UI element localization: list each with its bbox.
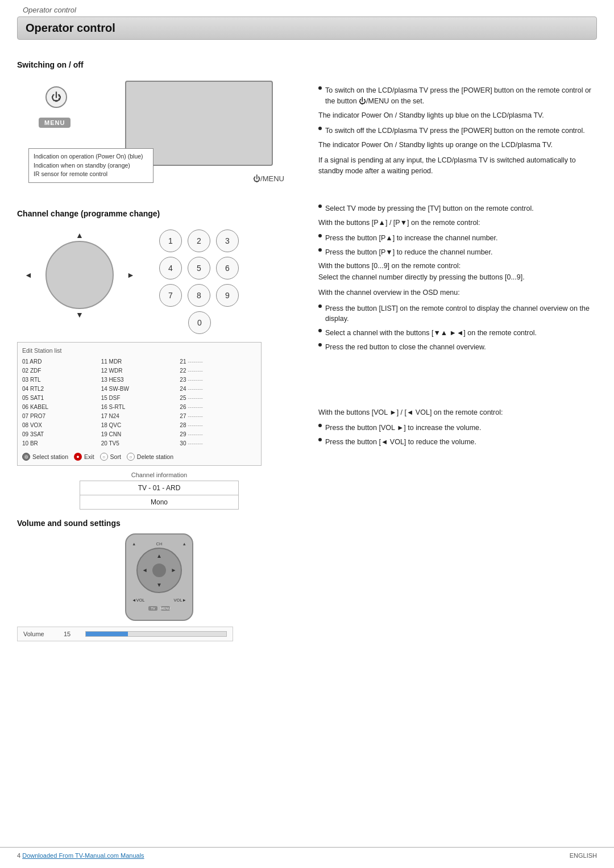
num-btn-2: 2 xyxy=(188,229,210,252)
volume-bullet-2: Press the button [◄ VOL] to reduce the v… xyxy=(318,437,597,448)
ch-08: 08 VOX xyxy=(22,421,99,430)
remote-bottom-btns: TV MENU xyxy=(132,606,186,611)
annotation-box: Indication on operation (Power On) (blue… xyxy=(28,148,154,183)
green-button-icon: ○ xyxy=(100,453,108,461)
ch-15: 15 DSF xyxy=(101,394,178,403)
footer-link[interactable]: Downloaded From TV-Manual.com Manuals xyxy=(22,852,144,859)
remote-top-right: ▲ xyxy=(182,541,186,546)
dpad-center xyxy=(45,241,114,309)
rdpad-center xyxy=(152,564,166,577)
channel-bullet-text-5: Select a channel with the buttons [▼▲ ►◄… xyxy=(325,328,597,339)
power-symbol-inline: ⏻ xyxy=(359,97,366,105)
num-btn-9: 9 xyxy=(216,284,239,307)
ch-07: 07 PRO7 xyxy=(22,412,99,421)
rdpad-right: ► xyxy=(171,567,176,573)
channel-list-footer: ⊙ Select station ● Exit ○ Sort ○ Delete … xyxy=(22,453,256,461)
rdpad-left: ◄ xyxy=(142,567,148,573)
channel-bullet-2: Press the button [P▲] to increase the ch… xyxy=(318,233,597,244)
bullet-dot-ch3 xyxy=(318,248,322,252)
dpad-up-arrow: ▲ xyxy=(71,227,88,244)
volume-bar-fill xyxy=(86,632,128,636)
channel-para-1: With the buttons [P▲] / [P▼] on the remo… xyxy=(318,218,597,228)
remote-illus: ▲ CH ▲ ▲ ◄ ► ▼ ◄VOL VOL► xyxy=(102,533,216,621)
tv-illustration: ⏻ MENU Indication on operation (Power On… xyxy=(17,75,290,189)
ch-20: 20 TV5 xyxy=(101,439,178,448)
header-italic-text: Operator control xyxy=(23,6,76,14)
ch-02: 02 ZDF xyxy=(22,366,99,375)
red-button-icon: ● xyxy=(74,453,82,461)
switching-para-1: The indicator Power On / Standby lights … xyxy=(318,110,597,121)
channel-info-label: Channel information xyxy=(131,471,187,478)
volume-section: Volume and sound settings ▲ CH ▲ ▲ ◄ ► ▼ xyxy=(17,519,301,641)
channel-columns: 01 ARD 02 ZDF 03 RTL 04 RTL2 05 SAT1 06 … xyxy=(22,357,256,448)
vol-left-label: ◄VOL xyxy=(132,598,144,603)
delete-station-label: Delete station xyxy=(137,453,173,460)
num-btn-6: 6 xyxy=(216,257,239,279)
left-column: Switching on / off ⏻ MENU Indication on … xyxy=(17,51,313,641)
ch-23: 23 -------- xyxy=(180,375,256,385)
ch-22: 22 -------- xyxy=(180,366,256,375)
remote-btn-menu: MENU xyxy=(161,606,170,611)
ch-14: 14 SW-BW xyxy=(101,385,178,394)
right-col-spacer2 xyxy=(318,362,597,407)
channel-para-2: With the buttons [0...9] on the remote c… xyxy=(318,261,597,283)
num-btn-7: 7 xyxy=(159,284,182,307)
channel-info-row2: Mono xyxy=(80,495,239,510)
switching-bullet-text-1: To switch on the LCD/plasma TV press the… xyxy=(325,85,597,107)
channel-list-title: Edit Station list xyxy=(22,347,256,354)
volume-bar-box: Volume 15 xyxy=(17,627,233,641)
remote-top-labels: ▲ CH ▲ xyxy=(132,541,186,546)
dpad-area: ▲ ▼ ◄ ► xyxy=(17,224,142,326)
annotation-line3: IR sensor for remote control xyxy=(34,170,148,179)
channel-combined: ▲ ▼ ◄ ► 1 2 3 4 5 6 7 8 9 0 xyxy=(17,224,301,334)
channel-info-row1: TV - 01 - ARD xyxy=(80,481,239,495)
ch-19: 19 CNN xyxy=(101,430,178,439)
channel-heading: Channel change (programme change) xyxy=(17,209,301,218)
ch-06: 06 KABEL xyxy=(22,403,99,412)
remote-dpad-outer: ▲ ◄ ► ▼ xyxy=(136,548,182,593)
footer-lang: ENGLISH xyxy=(570,852,597,859)
selector-icon: ⊙ xyxy=(22,453,30,461)
switching-bullet-1: To switch on the LCD/plasma TV press the… xyxy=(318,85,597,107)
ch-11: 11 MDR xyxy=(101,357,178,366)
numpad-area: 1 2 3 4 5 6 7 8 9 0 xyxy=(148,224,240,334)
bullet-dot xyxy=(318,86,322,90)
ch-25: 25 -------- xyxy=(180,394,256,403)
dpad-down-arrow: ▼ xyxy=(71,306,88,323)
footer-left: 4 Downloaded From TV-Manual.com Manuals xyxy=(17,852,144,859)
bullet-dot-ch5 xyxy=(318,329,322,332)
right-column: To switch on the LCD/plasma TV press the… xyxy=(313,51,597,641)
section-title: Operator control xyxy=(26,22,588,35)
channel-bullet-3: Press the button [P▼] to reduce the chan… xyxy=(318,247,597,258)
channel-col-1: 01 ARD 02 ZDF 03 RTL 04 RTL2 05 SAT1 06 … xyxy=(22,357,99,448)
channel-info-wrapper: Channel information TV - 01 - ARD Mono xyxy=(17,471,301,510)
main-layout: Switching on / off ⏻ MENU Indication on … xyxy=(0,51,614,641)
channel-list-box: Edit Station list 01 ARD 02 ZDF 03 RTL 0… xyxy=(17,342,262,466)
volume-bullet-text-2: Press the button [◄ VOL] to reduce the v… xyxy=(325,437,597,448)
ch-30: 30 -------- xyxy=(180,439,256,448)
channel-bullet-1: Select TV mode by pressing the [TV] butt… xyxy=(318,203,597,214)
switching-para-3: If a signal is pending at any input, the… xyxy=(318,155,597,177)
remote-vol-row: ◄VOL VOL► xyxy=(132,598,186,603)
ch-04: 04 RTL2 xyxy=(22,385,99,394)
bullet-dot-ch2 xyxy=(318,234,322,237)
ch-09: 09 3SAT xyxy=(22,430,99,439)
power-menu-symbol: ⏻/MENU xyxy=(253,174,284,183)
annotation-line2: Indication when on standby (orange) xyxy=(34,161,148,170)
volume-bullet-1: Press the button [VOL ►] to increase the… xyxy=(318,423,597,433)
ch-18: 18 QVC xyxy=(101,421,178,430)
ch-12: 12 WDR xyxy=(101,366,178,375)
bullet-dot-ch6 xyxy=(318,343,322,347)
num-zero-row: 0 xyxy=(188,311,211,334)
switching-bullet-text-2: To switch off the LCD/plasma TV press th… xyxy=(325,126,597,136)
volume-para-1: With the buttons [VOL ►] / [◄ VOL] on th… xyxy=(318,407,597,418)
ch-28: 28 -------- xyxy=(180,421,256,430)
switching-heading: Switching on / off xyxy=(17,60,301,69)
ch-01: 01 ARD xyxy=(22,357,99,366)
bullet-dot-vol1 xyxy=(318,424,322,427)
remote-btn-tv: TV xyxy=(148,606,157,611)
channel-bullet-5: Select a channel with the buttons [▼▲ ►◄… xyxy=(318,328,597,339)
footer-delete: ○ Delete station xyxy=(127,453,173,461)
volume-bar-label: Volume xyxy=(23,631,55,637)
num-btn-5: 5 xyxy=(188,257,210,279)
